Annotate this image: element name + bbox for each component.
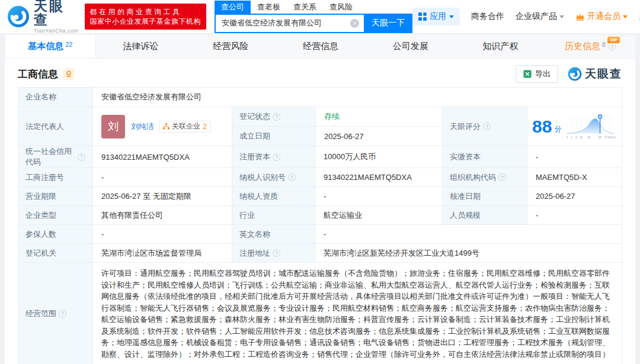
search-input[interactable]: [215, 14, 364, 33]
table-row: 营业期限 2025-06-27 至 无固定期限 纳税人资质 - 核准日期 202…: [18, 186, 622, 205]
nav-enterprise-label: 企业级产品: [516, 11, 557, 22]
watermark-logo: 天眼查: [568, 66, 622, 82]
field-label: 法定代表人: [18, 107, 92, 146]
help-question-icon[interactable]: ?: [273, 113, 280, 121]
company-name-value: 安徽省低空经济发展有限公司: [92, 88, 622, 107]
tab-operation-risk[interactable]: 经营风险: [185, 35, 276, 58]
search-tab-risk[interactable]: 查风险: [323, 1, 359, 14]
svg-text:85: 85: [599, 136, 602, 138]
establish-date-value: 2025-06-27: [315, 127, 443, 146]
table-row: 参保人数 - 英文名称 -: [18, 224, 622, 243]
search-tab-boss[interactable]: 查老板: [251, 1, 287, 14]
field-label: 参保人数: [18, 225, 92, 243]
field-label: 行业: [232, 206, 315, 224]
field-label: 天眼评分 ?: [442, 107, 527, 146]
search-button[interactable]: 天眼一下: [364, 14, 412, 33]
table-row: 企业名称 安徽省低空经济发展有限公司: [18, 88, 622, 107]
section-badge-icon: [63, 68, 75, 80]
nav-enterprise-products[interactable]: 企业级产品: [516, 11, 564, 22]
tab-label: 法律诉讼: [123, 41, 159, 52]
svg-text:5: 5: [576, 136, 578, 138]
field-label: 注册地址 ?: [232, 244, 315, 262]
export-excel-icon: [523, 70, 532, 78]
org-chart-icon: [163, 123, 169, 130]
nav-cooperation[interactable]: 商务合作: [471, 11, 504, 22]
help-question-icon[interactable]: ?: [273, 249, 280, 257]
field-label: 企业名称: [18, 88, 92, 107]
search-tabs: 查公司 查老板 查关系 查风险: [215, 1, 412, 14]
field-label: 组织机构代码 ?: [442, 168, 527, 186]
field-label-text: 组织机构代码: [450, 172, 496, 183]
export-button[interactable]: 导出: [516, 65, 558, 83]
tab-history-info[interactable]: VIP 历史信息 8 ?: [545, 35, 635, 58]
taxpayer-id-value: 91340221MAEMTQ5DXA: [315, 168, 442, 186]
related-companies-badge[interactable]: 关联企业 2: [159, 121, 211, 133]
apps-label: 应用: [430, 11, 446, 22]
field-label-text: 登记状态: [239, 111, 270, 122]
vip-badge: VIP: [607, 37, 620, 43]
chevron-down-icon: [559, 15, 564, 18]
tianyancha-logo-icon: [7, 5, 30, 28]
help-question-icon[interactable]: ?: [59, 310, 66, 318]
company-detail-card: 基本信息 22 法律诉讼 经营风险 经营信息 公司发展 知识产权 VIP 历史信…: [5, 35, 635, 364]
section-header: 工商信息 导出: [18, 59, 622, 87]
field-label: 统一社会信用代码 ?: [18, 146, 92, 167]
reg-number-value: -: [92, 168, 232, 186]
help-question-icon[interactable]: ?: [483, 123, 491, 130]
help-question-icon[interactable]: ?: [498, 173, 506, 181]
field-label-text: 统一社会信用代码: [25, 146, 75, 167]
business-info-table: 企业名称 安徽省低空经济发展有限公司 法定代表人 刘 刘纯洁: [18, 87, 622, 364]
search-tab-company[interactable]: 查公司: [215, 1, 251, 14]
help-question-icon[interactable]: ?: [608, 43, 616, 50]
score-distribution-chart[interactable]: 0 1 5 15 50 85 97 99 100: [564, 112, 616, 141]
field-label: 核准日期: [442, 187, 527, 205]
staff-size-value: -: [527, 206, 623, 224]
legal-rep-avatar[interactable]: 刘: [101, 115, 125, 138]
svg-text:0: 0: [567, 136, 568, 138]
company-type-value: 其他有限责任公司: [92, 206, 232, 224]
export-label: 导出: [535, 69, 551, 79]
header-nav: 应用 商务合作 企业级产品 开通会员: [412, 8, 640, 25]
status-date-subgrid: 登记状态 ? 存续 成立日期 2025-06-27: [232, 107, 442, 146]
field-label: 纳税人识别号 ?: [232, 168, 315, 186]
credit-code-value: 91340221MAEMTQ5DXA: [92, 146, 232, 167]
help-question-icon[interactable]: ?: [78, 153, 85, 161]
business-term-value: 2025-06-27 至 无固定期限: [92, 187, 232, 205]
field-label-text: 注册资本: [239, 152, 270, 162]
tab-label: 公司发展: [393, 41, 428, 52]
clear-search-icon[interactable]: ×: [350, 19, 359, 28]
apps-grid-icon: [418, 12, 427, 21]
field-label-text: 注册地址: [239, 248, 270, 259]
tab-company-development[interactable]: 公司发展: [366, 35, 456, 58]
score-unit: 分: [554, 124, 561, 134]
legal-rep-link[interactable]: 刘纯洁: [131, 121, 154, 132]
table-row: 法定代表人 刘 刘纯洁 关联企业: [18, 107, 622, 146]
taxpayer-quality-value: -: [315, 187, 442, 205]
svg-text:100: 100: [612, 136, 616, 138]
industry-value: 航空运输业: [315, 206, 442, 224]
search-tab-relation[interactable]: 查关系: [287, 1, 323, 14]
field-label-text: 纳税人识别号: [239, 172, 286, 183]
tab-label: 基本信息: [28, 41, 63, 52]
nav-open-vip[interactable]: 开通会员: [575, 11, 628, 22]
tab-legal-litigation[interactable]: 法律诉讼: [96, 35, 186, 58]
help-question-icon[interactable]: ?: [273, 153, 280, 161]
paid-capital-value: -: [527, 146, 623, 167]
field-label: 实缴资本: [442, 146, 527, 167]
tianyancha-logo[interactable]: 天眼查 TianYanCha.com: [7, 0, 79, 34]
tab-label: 历史信息: [565, 41, 600, 52]
promo-line1: 都在用的商业查询工具: [90, 7, 201, 17]
chevron-down-icon: [623, 15, 628, 18]
tab-intellectual-property[interactable]: 知识产权: [456, 35, 546, 58]
tab-label: 经营信息: [303, 41, 338, 52]
svg-text:15: 15: [580, 136, 583, 138]
help-question-icon[interactable]: ?: [288, 173, 296, 181]
table-row: 工商注册号 - 纳税人识别号 ? 91340221MAEMTQ5DXA 组织机构…: [18, 167, 622, 186]
apps-menu[interactable]: 应用: [412, 8, 460, 25]
reg-capital-value: 10000万人民币: [315, 146, 442, 167]
score-value: 88: [532, 118, 552, 136]
reg-authority-value: 芜湖市湾沚区市场监督管理局: [92, 244, 232, 262]
tab-basic-info[interactable]: 基本信息 22: [5, 35, 96, 58]
tab-operation-info[interactable]: 经营信息: [276, 35, 366, 58]
field-label-text: 天眼评分: [450, 121, 481, 132]
